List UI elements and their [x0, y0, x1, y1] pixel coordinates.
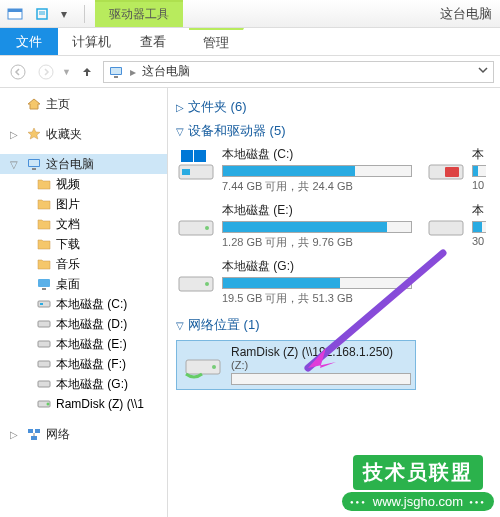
nav-item-label: 图片	[56, 196, 80, 213]
drive-large-icon	[426, 202, 466, 242]
nav-favorites[interactable]: ▷ 收藏夹	[0, 124, 167, 144]
tab-computer[interactable]: 计算机	[58, 28, 126, 55]
svg-rect-16	[40, 303, 43, 305]
tab-view[interactable]: 查看	[126, 28, 181, 55]
nav-home[interactable]: 主页	[0, 94, 167, 114]
nav-drive-d[interactable]: 本地磁盘 (D:)	[0, 314, 167, 334]
svg-point-39	[212, 365, 216, 369]
svg-rect-23	[28, 429, 33, 433]
nav-item-label: 音乐	[56, 256, 80, 273]
svg-rect-30	[194, 150, 206, 162]
content-pane: ▷ 文件夹 (6) ▽ 设备和驱动器 (5) 本地磁盘 (C:) 7.44 GB…	[168, 88, 500, 517]
folder-icon	[36, 196, 52, 212]
usage-bar	[472, 165, 486, 177]
network-location-item[interactable]: RamDisk (Z) (\\192.168.1.250) (Z:)	[176, 340, 416, 390]
group-netloc-label: 网络位置 (1)	[188, 316, 260, 334]
crumb-sep-icon[interactable]: ▸	[130, 65, 136, 79]
main-area: 主页 ▷ 收藏夹 ▽ 这台电脑 视频 图片 文档 下载	[0, 88, 500, 517]
network-drive-icon	[36, 396, 52, 412]
drive-item[interactable]: 本地磁盘 (C:) 7.44 GB 可用，共 24.4 GB	[176, 146, 396, 194]
svg-rect-32	[445, 167, 459, 177]
drive-icon	[36, 296, 52, 312]
tab-manage[interactable]: 管理	[189, 28, 244, 55]
drive-stats: 30	[472, 235, 486, 247]
drive-name: 本	[472, 146, 486, 163]
qa-properties-icon[interactable]	[32, 4, 52, 24]
chevron-right-icon[interactable]: ▷	[10, 429, 22, 440]
breadcrumb[interactable]: 这台电脑	[142, 63, 190, 80]
svg-rect-12	[32, 168, 36, 170]
file-tab[interactable]: 文件	[0, 28, 58, 55]
drive-stats: 19.5 GB 可用，共 51.3 GB	[222, 291, 412, 306]
drive-icon	[36, 316, 52, 332]
nav-favorites-label: 收藏夹	[46, 126, 82, 143]
nav-ramdisk[interactable]: RamDisk (Z) (\\1	[0, 394, 167, 414]
drive-item[interactable]: 本 30	[426, 202, 486, 250]
nav-network[interactable]: ▷ 网络	[0, 424, 167, 444]
nav-home-label: 主页	[46, 96, 70, 113]
address-dropdown[interactable]	[477, 64, 489, 79]
nav-downloads[interactable]: 下载	[0, 234, 167, 254]
qa-undo-icon[interactable]: ▾	[54, 4, 74, 24]
group-drives[interactable]: ▽ 设备和驱动器 (5)	[176, 122, 492, 140]
group-drives-label: 设备和驱动器 (5)	[188, 122, 286, 140]
nav-drive-f[interactable]: 本地磁盘 (F:)	[0, 354, 167, 374]
chevron-down-icon[interactable]: ▽	[10, 159, 22, 170]
window-icon	[6, 5, 24, 23]
nav-videos[interactable]: 视频	[0, 174, 167, 194]
address-box[interactable]: ▸ 这台电脑	[103, 61, 494, 83]
nav-item-label: 文档	[56, 216, 80, 233]
svg-rect-1	[8, 9, 22, 12]
svg-rect-18	[38, 341, 50, 347]
nav-documents[interactable]: 文档	[0, 214, 167, 234]
group-netloc[interactable]: ▽ 网络位置 (1)	[176, 316, 492, 334]
svg-point-6	[39, 65, 53, 79]
nav-drive-e[interactable]: 本地磁盘 (E:)	[0, 334, 167, 354]
watermark: 技术员联盟 www.jsgho.com	[342, 455, 494, 511]
folder-icon	[36, 176, 52, 192]
drive-name: 本地磁盘 (E:)	[222, 202, 412, 219]
svg-point-5	[11, 65, 25, 79]
drive-item[interactable]: 本地磁盘 (G:) 19.5 GB 可用，共 51.3 GB	[176, 258, 396, 306]
chevron-right-icon[interactable]: ▷	[10, 129, 22, 140]
svg-rect-9	[114, 76, 118, 78]
group-folders[interactable]: ▷ 文件夹 (6)	[176, 98, 492, 116]
usage-bar	[222, 277, 412, 289]
drive-large-icon	[176, 258, 216, 298]
nav-drive-g[interactable]: 本地磁盘 (G:)	[0, 374, 167, 394]
drive-large-icon	[176, 202, 216, 242]
netloc-sub: (Z:)	[231, 359, 411, 371]
folder-icon	[36, 216, 52, 232]
nav-this-pc-label: 这台电脑	[46, 156, 94, 173]
up-button[interactable]	[75, 60, 99, 84]
nav-pictures[interactable]: 图片	[0, 194, 167, 214]
network-drive-large-icon	[181, 345, 225, 381]
svg-rect-14	[42, 288, 46, 290]
desktop-icon	[36, 276, 52, 292]
svg-rect-17	[38, 321, 50, 327]
nav-item-label: RamDisk (Z) (\\1	[56, 397, 144, 411]
chevron-down-icon: ▽	[176, 320, 184, 331]
nav-this-pc[interactable]: ▽ 这台电脑	[0, 154, 167, 174]
svg-rect-24	[35, 429, 40, 433]
back-button[interactable]	[6, 60, 30, 84]
svg-rect-19	[38, 361, 50, 367]
ribbon-context-header: 驱动器工具	[95, 0, 183, 27]
this-pc-icon	[108, 64, 124, 80]
chevron-right-icon: ▷	[176, 102, 184, 113]
nav-music[interactable]: 音乐	[0, 254, 167, 274]
drive-large-icon	[426, 146, 466, 186]
usage-bar	[222, 221, 412, 233]
this-pc-icon	[26, 156, 42, 172]
nav-drive-c[interactable]: 本地磁盘 (C:)	[0, 294, 167, 314]
nav-item-label: 本地磁盘 (C:)	[56, 296, 127, 313]
nav-item-label: 本地磁盘 (D:)	[56, 316, 127, 333]
nav-item-label: 桌面	[56, 276, 80, 293]
drive-item[interactable]: 本地磁盘 (E:) 1.28 GB 可用，共 9.76 GB	[176, 202, 396, 250]
history-dropdown[interactable]: ▼	[62, 67, 71, 77]
drive-name: 本地磁盘 (G:)	[222, 258, 412, 275]
nav-desktop[interactable]: 桌面	[0, 274, 167, 294]
drive-item[interactable]: 本 10	[426, 146, 486, 194]
svg-rect-8	[111, 68, 121, 74]
usage-bar	[231, 373, 411, 385]
